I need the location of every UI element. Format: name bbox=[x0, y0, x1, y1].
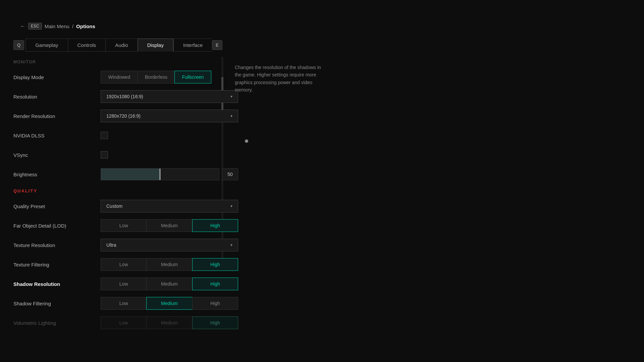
resolution-dropdown[interactable]: 644x362 (16:9) ▾ bbox=[101, 90, 238, 103]
texture-resolution-dropdown[interactable]: Ultra ▾ bbox=[101, 239, 238, 251]
volumetric-low[interactable]: Low bbox=[101, 316, 146, 329]
texture-filtering-label: Texture Filtering bbox=[13, 262, 101, 267]
shadow-resolution-toggle: Low Medium High bbox=[101, 278, 238, 290]
main-menu-link[interactable]: Main Menu bbox=[45, 23, 69, 29]
shadow-resolution-row: Shadow Resolution Low Medium High bbox=[13, 277, 238, 291]
q-key-badge: Q bbox=[13, 40, 24, 50]
info-panel: Changes the resolution of the shadows in… bbox=[235, 64, 329, 94]
breadcrumb: ← ESC Main Menu / Options bbox=[20, 23, 95, 29]
volumetric-lighting-label: Volumetric Lighting bbox=[13, 320, 101, 326]
back-arrow-icon[interactable]: ← bbox=[20, 23, 25, 29]
tab-interface[interactable]: Interface bbox=[173, 39, 212, 52]
tab-gameplay[interactable]: Gameplay bbox=[25, 39, 67, 52]
chevron-down-icon-2: ▾ bbox=[230, 114, 232, 118]
texture-resolution-value: Ultra bbox=[106, 242, 116, 248]
brightness-control: 50 bbox=[101, 168, 238, 180]
brightness-label: Brightness bbox=[13, 172, 101, 177]
page: ← ESC Main Menu / Options Q Gameplay Con… bbox=[0, 0, 644, 362]
resolution-control: 644x362 (16:9) ▾ bbox=[101, 90, 238, 103]
resolution-label: Resolution bbox=[13, 94, 101, 100]
texture-filtering-toggle: Low Medium High bbox=[101, 258, 238, 271]
quality-preset-label: Quality Preset bbox=[13, 203, 101, 209]
texture-resolution-control: Ultra ▾ bbox=[101, 239, 238, 251]
tab-controls[interactable]: Controls bbox=[68, 39, 106, 52]
mouse-cursor bbox=[245, 139, 248, 143]
render-resolution-value: 1280x720 (16:9) bbox=[106, 113, 141, 119]
chevron-down-icon-4: ▾ bbox=[230, 243, 232, 247]
far-object-detail-control: Low Medium High bbox=[101, 219, 238, 232]
display-mode-borderless[interactable]: Borderless bbox=[138, 71, 174, 83]
nvidia-dlss-label: NVIDIA DLSS bbox=[13, 133, 101, 138]
render-resolution-label: Render Resolution bbox=[13, 113, 101, 119]
brightness-slider[interactable] bbox=[101, 168, 219, 180]
vsync-checkbox[interactable] bbox=[101, 151, 108, 159]
display-mode-toggle: Windowed Borderless Fullscreen bbox=[101, 71, 238, 83]
texture-resolution-label: Texture Resolution bbox=[13, 242, 101, 248]
texture-filtering-medium[interactable]: Medium bbox=[146, 258, 192, 271]
quality-section-header: QUALITY bbox=[13, 188, 238, 193]
shadow-filtering-control: Low Medium High bbox=[101, 297, 238, 310]
resolution-row: Resolution 644x362 (16:9) ▾ bbox=[13, 89, 238, 104]
shadow-filtering-toggle: Low Medium High bbox=[101, 297, 238, 310]
tab-audio[interactable]: Audio bbox=[105, 39, 137, 52]
chevron-down-icon-3: ▾ bbox=[230, 204, 232, 208]
shadow-resolution-medium[interactable]: Medium bbox=[146, 278, 192, 290]
texture-filtering-row: Texture Filtering Low Medium High bbox=[13, 257, 238, 272]
tab-bar: Q Gameplay Controls Audio Display Interf… bbox=[13, 39, 224, 52]
shadow-filtering-row: Shadow Filtering Low Medium High bbox=[13, 296, 238, 311]
resolution-value: 644x362 (16:9) bbox=[106, 94, 143, 99]
e-key-badge: E bbox=[212, 40, 222, 50]
brightness-fill bbox=[101, 169, 160, 180]
texture-filtering-control: Low Medium High bbox=[101, 258, 238, 271]
display-mode-row: Display Mode Windowed Borderless Fullscr… bbox=[13, 70, 238, 84]
brightness-thumb bbox=[160, 169, 161, 180]
info-text: Changes the resolution of the shadows in… bbox=[235, 65, 321, 93]
volumetric-lighting-control: Low Medium High bbox=[101, 316, 238, 329]
shadow-filtering-label: Shadow Filtering bbox=[13, 301, 101, 306]
nvidia-dlss-row: NVIDIA DLSS bbox=[13, 128, 238, 143]
nvidia-dlss-checkbox[interactable] bbox=[101, 132, 108, 139]
chevron-down-icon: ▾ bbox=[230, 94, 232, 99]
quality-preset-row: Quality Preset Custom ▾ bbox=[13, 199, 238, 214]
monitor-section-header: MONITOR bbox=[13, 60, 238, 64]
shadow-resolution-control: Low Medium High bbox=[101, 278, 238, 290]
volumetric-medium[interactable]: Medium bbox=[146, 316, 192, 329]
texture-filtering-high[interactable]: High bbox=[192, 258, 238, 271]
esc-key-badge[interactable]: ESC bbox=[28, 23, 42, 29]
shadow-resolution-high[interactable]: High bbox=[192, 278, 238, 290]
brightness-row: Brightness 50 bbox=[13, 167, 238, 182]
texture-filtering-low[interactable]: Low bbox=[101, 258, 146, 271]
volumetric-high[interactable]: High bbox=[192, 316, 238, 329]
vsync-label: VSync bbox=[13, 152, 101, 158]
far-object-low[interactable]: Low bbox=[101, 219, 146, 232]
render-resolution-control: 1280x720 (16:9) ▾ bbox=[101, 110, 238, 122]
volumetric-lighting-row: Volumetric Lighting Low Medium High bbox=[13, 315, 238, 330]
display-mode-label: Display Mode bbox=[13, 74, 101, 80]
vsync-row: VSync bbox=[13, 147, 238, 162]
tab-display[interactable]: Display bbox=[138, 39, 173, 52]
render-resolution-row: Render Resolution 1280x720 (16:9) ▾ bbox=[13, 109, 238, 123]
far-object-detail-row: Far Object Detail (LOD) Low Medium High bbox=[13, 218, 238, 233]
shadow-filtering-low[interactable]: Low bbox=[101, 297, 146, 310]
display-mode-fullscreen[interactable]: Fullscreen bbox=[174, 71, 211, 83]
shadow-resolution-low[interactable]: Low bbox=[101, 278, 146, 290]
settings-panel: MONITOR Display Mode Windowed Borderless… bbox=[13, 57, 238, 355]
shadow-filtering-medium[interactable]: Medium bbox=[146, 297, 192, 310]
far-object-medium[interactable]: Medium bbox=[146, 219, 192, 232]
breadcrumb-separator: / bbox=[72, 23, 73, 29]
volumetric-lighting-toggle: Low Medium High bbox=[101, 316, 238, 329]
quality-preset-control: Custom ▾ bbox=[101, 200, 238, 213]
breadcrumb-current: Options bbox=[76, 23, 95, 29]
brightness-value: 50 bbox=[222, 168, 238, 180]
quality-preset-value: Custom bbox=[106, 203, 122, 209]
quality-preset-dropdown[interactable]: Custom ▾ bbox=[101, 200, 238, 213]
far-object-high[interactable]: High bbox=[192, 219, 238, 232]
render-resolution-dropdown[interactable]: 1280x720 (16:9) ▾ bbox=[101, 110, 238, 122]
shadow-filtering-high[interactable]: High bbox=[192, 297, 238, 310]
display-mode-windowed[interactable]: Windowed bbox=[101, 71, 138, 83]
vsync-control bbox=[101, 151, 238, 159]
display-mode-control: Windowed Borderless Fullscreen bbox=[101, 71, 238, 83]
nvidia-dlss-control bbox=[101, 132, 238, 139]
far-object-detail-label: Far Object Detail (LOD) bbox=[13, 223, 101, 229]
texture-resolution-row: Texture Resolution Ultra ▾ bbox=[13, 238, 238, 252]
